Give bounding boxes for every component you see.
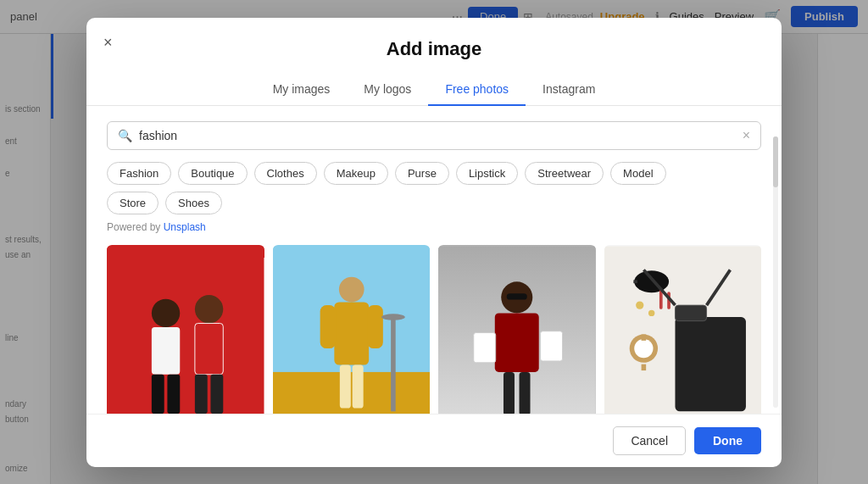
powered-by: Powered by Unsplash [107, 221, 761, 233]
svg-point-37 [636, 301, 643, 309]
modal-header: × Add image [86, 18, 782, 74]
image-3-svg [438, 245, 596, 414]
add-image-modal: × Add image My images My logos Free phot… [86, 18, 782, 467]
search-icon: 🔍 [118, 129, 132, 142]
image-grid [107, 245, 761, 414]
svg-point-34 [634, 338, 653, 357]
search-bar: 🔍 × [107, 121, 761, 150]
svg-rect-6 [195, 323, 223, 374]
search-input[interactable] [139, 129, 736, 142]
svg-rect-8 [210, 374, 223, 413]
svg-point-18 [381, 314, 404, 320]
image-4-svg [604, 245, 762, 414]
tags-row-1: Fashion Boutique Clothes Makeup Purse Li… [107, 162, 761, 185]
svg-rect-30 [633, 280, 637, 283]
tags-row-2: Store Shoes [107, 192, 761, 214]
image-card-1[interactable] [107, 245, 264, 414]
svg-rect-4 [167, 374, 180, 413]
scroll-track [773, 136, 778, 408]
svg-rect-10 [273, 371, 431, 413]
scroll-thumb[interactable] [773, 136, 778, 187]
image-2-svg [273, 245, 431, 414]
svg-rect-13 [320, 305, 336, 348]
svg-rect-25 [541, 331, 563, 360]
svg-rect-12 [334, 302, 369, 364]
modal-footer: Cancel Done [86, 414, 782, 467]
cancel-button[interactable]: Cancel [613, 426, 686, 455]
image-card-2[interactable] [273, 245, 431, 414]
tab-my-logos[interactable]: My logos [347, 74, 428, 106]
svg-rect-26 [504, 371, 515, 413]
svg-rect-2 [152, 327, 180, 375]
modal-close-button[interactable]: × [103, 35, 113, 50]
svg-point-1 [152, 298, 180, 326]
svg-rect-27 [520, 371, 531, 413]
tag-purse[interactable]: Purse [395, 162, 449, 185]
svg-rect-31 [675, 317, 745, 411]
tag-fashion[interactable]: Fashion [107, 162, 171, 185]
svg-rect-24 [474, 332, 496, 362]
image-1-svg [107, 245, 264, 414]
modal-overlay: × Add image My images My logos Free phot… [0, 0, 868, 484]
unsplash-link[interactable]: Unsplash [164, 221, 206, 233]
image-card-4[interactable] [604, 245, 762, 414]
tag-makeup[interactable]: Makeup [324, 162, 388, 185]
svg-rect-3 [152, 374, 164, 413]
svg-rect-32 [675, 305, 706, 321]
svg-rect-15 [339, 364, 350, 408]
modal-body: 🔍 × Fashion Boutique Clothes Makeup Purs… [86, 106, 782, 414]
svg-rect-14 [367, 305, 383, 348]
modal-title: Add image [107, 38, 761, 60]
tag-streetwear[interactable]: Streetwear [525, 162, 604, 185]
tabs-row: My images My logos Free photos Instagram [86, 74, 782, 106]
svg-rect-23 [495, 313, 539, 372]
svg-rect-35 [641, 334, 646, 340]
tab-instagram[interactable]: Instagram [526, 74, 612, 106]
tab-my-images[interactable]: My images [256, 74, 348, 106]
tag-shoes[interactable]: Shoes [165, 192, 222, 214]
svg-rect-7 [195, 374, 208, 413]
svg-point-29 [634, 270, 669, 292]
svg-point-11 [338, 276, 364, 302]
tag-model[interactable]: Model [610, 162, 665, 185]
svg-point-38 [648, 309, 654, 315]
svg-rect-36 [641, 364, 646, 370]
search-clear-button[interactable]: × [743, 129, 750, 142]
svg-rect-22 [507, 293, 527, 299]
tab-free-photos[interactable]: Free photos [428, 74, 526, 106]
svg-rect-0 [107, 246, 264, 413]
svg-point-5 [195, 295, 223, 323]
svg-rect-16 [352, 364, 363, 408]
done-button-footer[interactable]: Done [694, 427, 761, 454]
tag-boutique[interactable]: Boutique [178, 162, 247, 185]
svg-rect-17 [391, 317, 396, 411]
tag-clothes[interactable]: Clothes [254, 162, 317, 185]
image-card-3[interactable] [438, 245, 596, 414]
tag-lipstick[interactable]: Lipstick [456, 162, 518, 185]
tag-store[interactable]: Store [107, 192, 159, 214]
